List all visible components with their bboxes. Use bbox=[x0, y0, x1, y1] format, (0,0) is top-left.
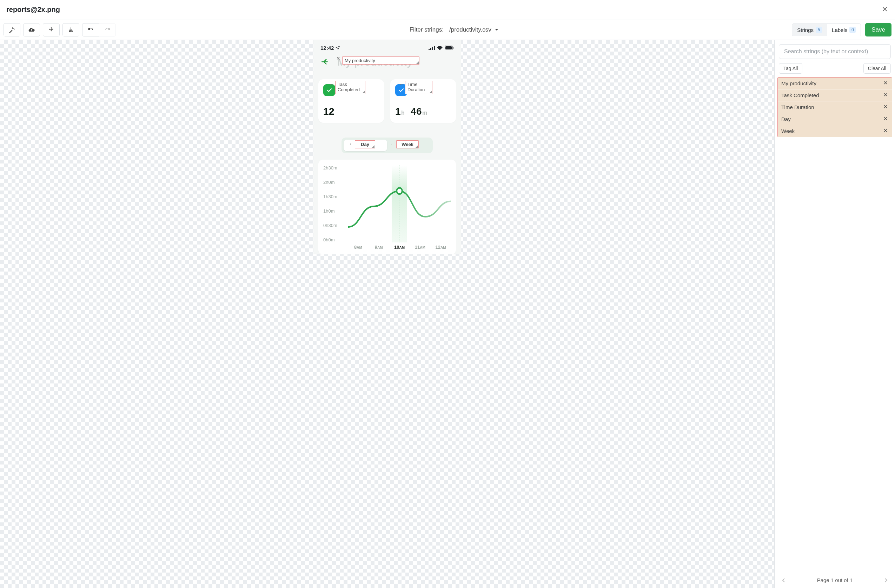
string-text: Task Completed bbox=[781, 92, 819, 98]
redo-button bbox=[99, 23, 116, 36]
string-list-item[interactable]: My productivity bbox=[778, 77, 892, 89]
string-list-item[interactable]: Day bbox=[778, 113, 892, 125]
card1-value: 12 bbox=[323, 106, 334, 117]
chart-y-labels: 2h30m2h0m1h30m1h0m0h30m0h0m bbox=[323, 165, 337, 242]
strings-label: Strings bbox=[797, 27, 813, 33]
remove-icon[interactable] bbox=[883, 128, 888, 134]
battery-icon bbox=[445, 45, 454, 50]
svg-rect-1 bbox=[430, 48, 431, 50]
annot-arrow-icon: ← bbox=[390, 141, 395, 146]
strings-tab[interactable]: Strings 5 bbox=[792, 24, 827, 36]
filter-dropdown[interactable]: /productivity.csv bbox=[449, 26, 498, 33]
svg-rect-2 bbox=[432, 47, 433, 50]
chart: 2h30m2h0m1h30m1h0m0h30m0h0m 8AM9AM10AM11… bbox=[323, 165, 451, 253]
file-title: reports@2x.png bbox=[6, 6, 60, 14]
status-time: 12:42 bbox=[320, 45, 334, 51]
remove-icon[interactable] bbox=[883, 80, 888, 86]
pager-prev-button[interactable] bbox=[777, 572, 791, 588]
search-input[interactable] bbox=[779, 44, 891, 59]
check-icon bbox=[395, 84, 407, 96]
card-time-duration: Duration 1h 46m ← Time Duration bbox=[390, 79, 456, 123]
filter-label: Filter strings: bbox=[410, 26, 444, 33]
labels-label: Labels bbox=[832, 27, 847, 33]
toolbar: Filter strings: /productivity.csv String… bbox=[0, 20, 895, 40]
statusbar: 12:42 bbox=[313, 40, 461, 53]
svg-point-9 bbox=[397, 188, 402, 194]
save-button[interactable]: Save bbox=[865, 23, 892, 36]
check-icon bbox=[323, 84, 335, 96]
svg-rect-5 bbox=[445, 46, 452, 50]
string-text: Day bbox=[781, 116, 791, 122]
canvas-area[interactable]: 12:42 My productivity ✕ My productivity bbox=[0, 40, 774, 588]
string-list-item[interactable]: Task Completed bbox=[778, 89, 892, 102]
tab-week: Week ← Week bbox=[387, 139, 431, 151]
string-list-item[interactable]: Week bbox=[778, 125, 892, 137]
labels-tab[interactable]: Labels 0 bbox=[827, 24, 861, 36]
caret-down-icon bbox=[495, 28, 498, 32]
svg-rect-6 bbox=[453, 47, 454, 49]
annot-arrow-icon: ← bbox=[349, 141, 354, 146]
string-list-item[interactable]: Time Duration bbox=[778, 102, 892, 113]
move-button[interactable] bbox=[43, 23, 60, 36]
string-list: My productivityTask CompletedTime Durati… bbox=[777, 77, 892, 137]
pager: Page 1 out of 1 bbox=[775, 572, 895, 588]
card1-ghost-label: Completed bbox=[337, 87, 362, 92]
device-mock: 12:42 My productivity ✕ My productivity bbox=[313, 40, 461, 255]
remove-icon[interactable] bbox=[883, 92, 888, 99]
period-tabs: Day ← Day Week ← Week bbox=[341, 138, 433, 153]
pager-next-button[interactable] bbox=[879, 572, 893, 588]
close-icon[interactable] bbox=[881, 5, 889, 14]
chart-card: 2h30m2h0m1h30m1h0m0h30m0h0m 8AM9AM10AM11… bbox=[319, 160, 456, 255]
card2-minutes: 46 bbox=[411, 106, 422, 117]
remove-icon[interactable] bbox=[883, 104, 888, 111]
string-text: Time Duration bbox=[781, 104, 814, 110]
svg-rect-0 bbox=[429, 49, 429, 50]
undo-button[interactable] bbox=[82, 23, 99, 36]
card2-hours: 1 bbox=[395, 106, 401, 117]
wifi-icon bbox=[437, 46, 443, 50]
svg-rect-3 bbox=[434, 46, 435, 50]
filter-value-text: /productivity.csv bbox=[449, 26, 491, 33]
back-arrow-icon bbox=[320, 57, 329, 67]
view-toggle: Strings 5 Labels 0 bbox=[792, 24, 861, 36]
ghost-title: My productivity bbox=[337, 57, 413, 68]
labels-count-badge: 0 bbox=[849, 27, 856, 33]
clean-button[interactable] bbox=[62, 23, 79, 36]
tab-day: Day ← Day bbox=[344, 139, 387, 151]
chart-x-labels: 8AM9AM10AM11AM12AM bbox=[348, 244, 451, 253]
strings-count-badge: 5 bbox=[816, 27, 822, 33]
titlebar: reports@2x.png bbox=[0, 0, 895, 20]
pager-text: Page 1 out of 1 bbox=[817, 577, 853, 583]
tag-all-button[interactable]: Tag All bbox=[779, 63, 802, 74]
string-text: My productivity bbox=[781, 80, 816, 86]
location-icon bbox=[335, 45, 340, 50]
card-task-completed: Completed 12 ← Task Completed bbox=[319, 79, 384, 123]
signal-icon bbox=[429, 46, 435, 50]
string-text: Week bbox=[781, 128, 795, 134]
card2-ghost-label: Duration bbox=[408, 87, 429, 92]
clear-all-button[interactable]: Clear All bbox=[863, 63, 891, 74]
remove-icon[interactable] bbox=[883, 116, 888, 123]
main: 12:42 My productivity ✕ My productivity bbox=[0, 40, 895, 588]
device-header: My productivity ✕ My productivity bbox=[313, 53, 461, 71]
upload-button[interactable] bbox=[23, 23, 40, 36]
search-container bbox=[779, 44, 891, 59]
magic-wand-button[interactable] bbox=[3, 23, 20, 36]
sidebar: Tag All Clear All My productivityTask Co… bbox=[774, 40, 895, 588]
chart-plot bbox=[348, 165, 451, 242]
